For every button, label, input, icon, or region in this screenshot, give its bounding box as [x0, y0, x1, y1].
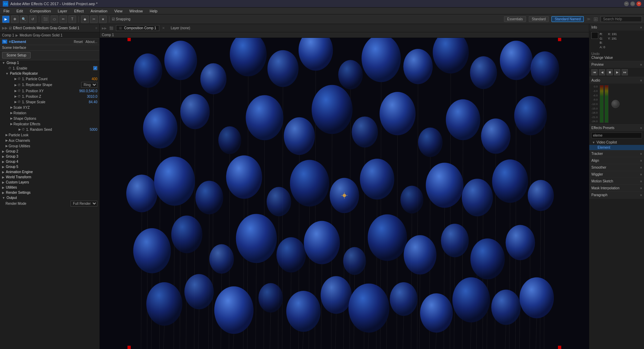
particle-replicator-header[interactable]: ▼ Particle Replicator [0, 71, 99, 76]
effects-presets-header[interactable]: Effects Presets ≡ [589, 125, 644, 131]
menu-window[interactable]: Window [128, 9, 144, 13]
position-z-value[interactable]: 3010.0 [87, 95, 97, 98]
tool-ellipse[interactable]: ⬭ [51, 15, 58, 23]
menu-view[interactable]: View [113, 9, 124, 13]
preview-play[interactable]: ▶ [614, 69, 620, 75]
so-toggle[interactable]: ▶ [10, 117, 13, 120]
minimize-button[interactable]: ─ [624, 1, 629, 6]
tracker-section-header[interactable]: Tracker ≡ [589, 150, 644, 157]
close-button[interactable]: ✕ [636, 1, 641, 6]
shape-scale-value[interactable]: 84.40 [89, 100, 97, 104]
workspace-standard-named[interactable]: Standard Named [551, 16, 584, 22]
pz-toggle[interactable]: ▶ [14, 95, 17, 98]
preview-first-frame[interactable]: ⏮ [591, 69, 598, 75]
workspace-essentials[interactable]: Essentials [504, 16, 526, 22]
smoother-section-header[interactable]: Smoother ≡ [589, 164, 644, 171]
group5-header[interactable]: ▶ Group 5 [0, 164, 99, 169]
smoother-collapse-icon[interactable]: ≡ [640, 166, 642, 169]
tab-layer[interactable]: Layer (none) [168, 25, 193, 31]
rseed-toggle[interactable]: ▶ [19, 128, 21, 131]
mask-interpolation-collapse-icon[interactable]: ≡ [640, 187, 642, 190]
tool-text[interactable]: T [68, 15, 76, 23]
tab-composition[interactable]: ⊞ Composition Comp 1 [116, 25, 159, 31]
preview-last-frame[interactable]: ⏭ [622, 69, 628, 75]
enable-checkbox[interactable] [93, 66, 97, 70]
position-xy-value[interactable]: 960.0,540.0 [79, 89, 97, 93]
tool-rotate[interactable]: ↺ [29, 15, 36, 23]
tool-hand[interactable]: ✥ [11, 15, 19, 23]
preview-section-header[interactable]: Preview ≡ [589, 61, 644, 68]
world-transform-header[interactable]: ▶ World Transform [0, 174, 99, 180]
menu-composition[interactable]: Composition [29, 9, 52, 13]
replicator-shape-select[interactable]: Ring [81, 82, 97, 88]
random-seed-value[interactable]: 5000 [90, 128, 97, 131]
pl-toggle[interactable]: ▶ [6, 133, 8, 137]
menu-help[interactable]: Help [148, 9, 159, 13]
render-settings-header[interactable]: ▶ Render Settings [0, 190, 99, 195]
info-section-header[interactable]: Info ≡ [589, 24, 644, 31]
animation-engine-header[interactable]: ▶ Animation Engine [0, 169, 99, 174]
tool-brush[interactable]: ◆ [81, 15, 89, 23]
particle-count-value[interactable]: 400 [92, 77, 97, 81]
tool-select[interactable]: ▶ [2, 15, 10, 23]
tool-pin[interactable]: ★ [99, 15, 107, 23]
motion-sketch-section-header[interactable]: Motion Sketch ≡ [589, 178, 644, 184]
utilities-header[interactable]: ▶ Utilities [0, 185, 99, 190]
tool-zoom[interactable]: 🔍 [20, 15, 28, 23]
motion-sketch-collapse-icon[interactable]: ≡ [640, 180, 642, 183]
paragraph-collapse-icon[interactable]: ≡ [640, 193, 642, 197]
pxy-stopwatch[interactable]: ⏱ [18, 89, 21, 93]
paragraph-section-header[interactable]: Paragraph ≡ [589, 192, 644, 198]
tool-pen[interactable]: ✏ [60, 15, 67, 23]
group3-header[interactable]: ▶ Group 3 [0, 154, 99, 159]
render-mode-select[interactable]: Full Render [71, 201, 97, 207]
wiggler-collapse-icon[interactable]: ≡ [640, 173, 642, 176]
wiggler-section-header[interactable]: Wiggler ≡ [589, 171, 644, 178]
preview-stop[interactable]: ⏹ [607, 69, 613, 75]
sxyz-toggle[interactable]: ▶ [10, 106, 13, 109]
re-toggle[interactable]: ▶ [10, 122, 13, 126]
preview-collapse-icon[interactable]: ≡ [640, 63, 642, 66]
audio-knob[interactable] [611, 100, 620, 108]
menu-effect[interactable]: Effect [73, 9, 85, 13]
audio-section-header[interactable]: Audio ≡ [589, 77, 644, 84]
rseed-stopwatch[interactable]: ⏱ [22, 128, 25, 131]
tool-rect[interactable]: ⬛ [42, 15, 49, 23]
ss-toggle[interactable]: ▶ [14, 100, 17, 104]
workspace-standard[interactable]: Standard [529, 16, 549, 22]
menu-file[interactable]: File [2, 9, 11, 13]
audio-collapse-icon[interactable]: ≡ [640, 79, 642, 82]
menu-animation[interactable]: Animation [89, 9, 109, 13]
reset-button[interactable]: Reset [74, 40, 83, 44]
pxy-toggle[interactable]: ▶ [14, 89, 17, 93]
effects-tree-element[interactable]: Element [589, 145, 644, 150]
maximize-button[interactable]: □ [630, 1, 635, 6]
effects-tree-video-copilot[interactable]: ▼ Video Copilot [589, 140, 644, 145]
search-help-input[interactable] [601, 16, 642, 22]
custom-layers-header[interactable]: ▶ Custom Layers [0, 180, 99, 185]
rot-toggle[interactable]: ▶ [10, 111, 13, 115]
mask-interpolation-section-header[interactable]: Mask Interpolation ≡ [589, 185, 644, 191]
tool-clone[interactable]: ✂ [90, 15, 98, 23]
rs-toggle[interactable]: ▶ [14, 83, 17, 87]
gu-toggle[interactable]: ▶ [6, 144, 8, 148]
info-collapse-icon[interactable]: ≡ [640, 26, 642, 29]
ac-toggle[interactable]: ▶ [6, 139, 8, 142]
group1-header[interactable]: ▼ Group 1 [0, 60, 99, 65]
effects-search-input[interactable] [591, 133, 642, 138]
pc-toggle[interactable]: ▶ [14, 77, 17, 81]
menu-edit[interactable]: Edit [15, 9, 24, 13]
menu-layer[interactable]: Layer [56, 9, 69, 13]
tracker-collapse-icon[interactable]: ≡ [640, 152, 642, 156]
align-collapse-icon[interactable]: ≡ [640, 159, 642, 162]
group4-header[interactable]: ▶ Group 4 [0, 159, 99, 164]
ss-stopwatch[interactable]: ⏱ [18, 100, 21, 104]
effects-presets-collapse-icon[interactable]: ≡ [640, 126, 642, 130]
preview-prev-frame[interactable]: ◀ [599, 69, 605, 75]
scene-setup-button[interactable]: Scene Setup [2, 52, 31, 59]
breadcrumb-comp[interactable]: Comp 1 [2, 33, 14, 37]
about-button[interactable]: About... [86, 40, 97, 44]
align-section-header[interactable]: Align ≡ [589, 157, 644, 164]
output-header[interactable]: ▼ Output [0, 195, 99, 200]
group2-header[interactable]: ▶ Group 2 [0, 149, 99, 154]
